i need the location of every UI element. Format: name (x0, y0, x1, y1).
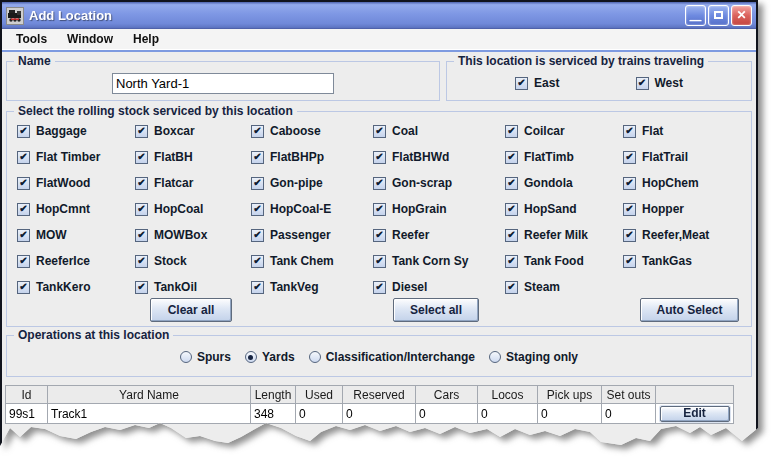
rolling-stock-checkbox[interactable]: ✔FlatTimb (505, 150, 623, 164)
rolling-stock-checkbox[interactable]: ✔Caboose (251, 124, 373, 138)
checkbox-checked-icon: ✔ (505, 151, 518, 164)
rolling-stock-checkbox-label: HopCoal (154, 202, 203, 216)
operations-group-title: Operations at this location (14, 328, 173, 342)
radio-icon (309, 351, 321, 363)
yard-cell: 0 (478, 404, 538, 424)
rolling-stock-checkbox[interactable]: ✔Diesel (373, 280, 505, 294)
rolling-stock-checkbox[interactable]: ✔HopGrain (373, 202, 505, 216)
close-icon[interactable]: ✕ (731, 5, 752, 26)
operations-radio-classification-interchange[interactable]: Classification/Interchange (309, 350, 475, 364)
rolling-stock-checkbox[interactable]: ✔FlatWood (17, 176, 135, 190)
rolling-stock-checkbox[interactable]: ✔Hopper (623, 202, 751, 216)
rolling-stock-checkbox[interactable]: ✔Tank Chem (251, 254, 373, 268)
direction-checkbox-west[interactable]: ✔West (636, 76, 683, 90)
checkbox-checked-icon: ✔ (17, 229, 30, 242)
rolling-stock-checkbox-label: Flat Timber (36, 150, 100, 164)
rolling-stock-checkbox[interactable]: ✔Flat (623, 124, 751, 138)
rolling-stock-checkbox-label: Flat (642, 124, 663, 138)
radio-label: Spurs (197, 350, 231, 364)
rolling-stock-checkbox-label: TankVeg (270, 280, 318, 294)
rolling-stock-checkbox[interactable]: ✔ReeferIce (17, 254, 135, 268)
rolling-stock-checkbox[interactable]: ✔Gon-scrap (373, 176, 505, 190)
rolling-stock-checkbox[interactable]: ✔Reefer,Meat (623, 228, 751, 242)
direction-checkbox-east[interactable]: ✔East (515, 76, 559, 90)
rolling-stock-checkbox[interactable]: ✔FlatBH (135, 150, 251, 164)
location-name-input[interactable] (112, 73, 334, 94)
rolling-stock-checkbox[interactable]: ✔Passenger (251, 228, 373, 242)
rolling-stock-checkbox[interactable]: ✔Flatcar (135, 176, 251, 190)
rolling-stock-checkbox[interactable]: ✔TankOil (135, 280, 251, 294)
rolling-stock-checkbox-label: HopCmnt (36, 202, 90, 216)
rolling-stock-checkbox[interactable]: ✔MOWBox (135, 228, 251, 242)
auto-select-button[interactable]: Auto Select (640, 298, 739, 322)
yard-column-header: Used (296, 386, 343, 404)
checkbox-checked-icon: ✔ (505, 229, 518, 242)
rolling-stock-checkbox-label: HopCoal-E (270, 202, 331, 216)
rolling-stock-checkbox[interactable]: ✔FlatBHPp (251, 150, 373, 164)
rolling-stock-checkbox[interactable]: ✔Reefer (373, 228, 505, 242)
rolling-stock-checkbox-label: Caboose (270, 124, 321, 138)
rolling-stock-checkbox-label: FlatTimb (524, 150, 574, 164)
yard-column-header: Id (6, 386, 48, 404)
rolling-stock-checkbox[interactable]: ✔Boxcar (135, 124, 251, 138)
rolling-stock-checkbox[interactable]: ✔HopCmnt (17, 202, 135, 216)
rolling-stock-checkbox-label: Stock (154, 254, 187, 268)
rolling-stock-checkbox[interactable]: ✔Stock (135, 254, 251, 268)
clear-all-button[interactable]: Clear all (150, 298, 232, 322)
titlebar[interactable]: Add Location — ✕ (2, 2, 756, 29)
yard-column-header: Length (251, 386, 296, 404)
rolling-stock-checkbox-label: Reefer,Meat (642, 228, 709, 242)
rolling-stock-checkbox[interactable]: ✔Tank Corn Sy (373, 254, 505, 268)
rolling-stock-checkbox[interactable]: ✔HopChem (623, 176, 751, 190)
rolling-stock-checkbox[interactable]: ✔HopCoal (135, 202, 251, 216)
name-group-title: Name (14, 54, 55, 68)
yard-cell: 0 (416, 404, 478, 424)
rolling-stock-checkbox[interactable]: ✔Baggage (17, 124, 135, 138)
add-location-window: Add Location — ✕ ToolsWindowHelp Name Th… (0, 0, 758, 452)
menu-item-help[interactable]: Help (123, 32, 169, 46)
direction-checkbox-west-label: West (655, 76, 683, 90)
rolling-stock-group-title: Select the rolling stock serviced by thi… (14, 104, 297, 118)
select-all-button[interactable]: Select all (393, 298, 479, 322)
rolling-stock-checkbox-label: Gon-scrap (392, 176, 452, 190)
rolling-stock-checkbox[interactable]: ✔Coilcar (505, 124, 623, 138)
minimize-icon[interactable]: — (685, 5, 706, 26)
yard-column-header: Yard Name (48, 386, 251, 404)
rolling-stock-checkbox[interactable]: ✔Reefer Milk (505, 228, 623, 242)
yard-column-header (656, 386, 734, 404)
operations-radio-yards[interactable]: Yards (245, 350, 295, 364)
yard-column-header: Pick ups (538, 386, 602, 404)
operations-radio-staging-only[interactable]: Staging only (489, 350, 578, 364)
rolling-stock-checkbox[interactable]: ✔TankGas (623, 254, 751, 268)
rolling-stock-checkbox-label: Reefer (392, 228, 429, 242)
rolling-stock-checkbox[interactable]: ✔TankKero (17, 280, 135, 294)
direction-group: This location is serviced by trains trav… (446, 61, 752, 101)
maximize-icon[interactable] (708, 5, 729, 26)
checkbox-checked-icon: ✔ (135, 281, 148, 294)
yard-column-header: Reserved (343, 386, 416, 404)
rolling-stock-checkbox[interactable]: ✔FlatTrail (623, 150, 751, 164)
rolling-stock-checkbox[interactable]: ✔HopCoal-E (251, 202, 373, 216)
yard-action-cell: Edit (656, 404, 734, 424)
checkbox-checked-icon: ✔ (623, 177, 636, 190)
menu-bar: ToolsWindowHelp (2, 29, 756, 50)
rolling-stock-checkbox[interactable]: ✔Gon-pipe (251, 176, 373, 190)
rolling-stock-checkbox[interactable]: ✔Coal (373, 124, 505, 138)
checkbox-checked-icon: ✔ (373, 125, 386, 138)
rolling-stock-checkbox[interactable]: ✔Steam (505, 280, 623, 294)
rolling-stock-checkbox[interactable]: ✔HopSand (505, 202, 623, 216)
checkbox-checked-icon: ✔ (373, 203, 386, 216)
train-app-icon (6, 7, 24, 25)
rolling-stock-checkbox[interactable]: ✔Tank Food (505, 254, 623, 268)
edit-button[interactable]: Edit (660, 406, 730, 422)
operations-radio-spurs[interactable]: Spurs (180, 350, 231, 364)
rolling-stock-checkbox-label: Reefer Milk (524, 228, 588, 242)
rolling-stock-checkbox[interactable]: ✔Flat Timber (17, 150, 135, 164)
rolling-stock-checkbox-label: Flatcar (154, 176, 193, 190)
menu-item-tools[interactable]: Tools (6, 32, 57, 46)
rolling-stock-checkbox[interactable]: ✔TankVeg (251, 280, 373, 294)
rolling-stock-checkbox[interactable]: ✔FlatBHWd (373, 150, 505, 164)
menu-item-window[interactable]: Window (57, 32, 123, 46)
rolling-stock-checkbox[interactable]: ✔MOW (17, 228, 135, 242)
rolling-stock-checkbox[interactable]: ✔Gondola (505, 176, 623, 190)
